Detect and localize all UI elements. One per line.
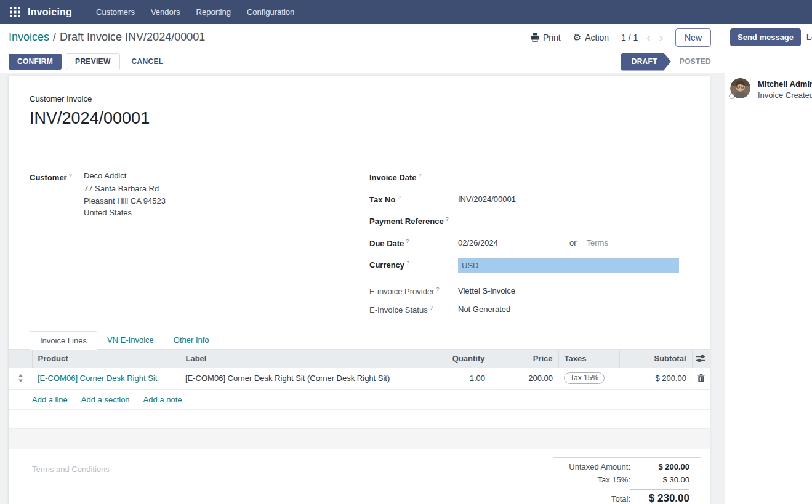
invoice-lines-table: Product Label Quantity Price Taxes Subto… — [9, 350, 710, 390]
untaxed-amount-label: Untaxed Amount: — [569, 462, 630, 471]
line-price-field[interactable]: 200.00 — [491, 368, 558, 390]
currency-field[interactable]: USD — [458, 258, 679, 273]
breadcrumb-current: Draft Invoice INV/2024/00001 — [60, 31, 205, 43]
handle-column-header — [9, 350, 32, 368]
invoice-line-row: [E-COM06] Corner Desk Right Sit [E-COM06… — [9, 368, 710, 390]
help-icon: ? — [406, 260, 409, 266]
line-tax-badge[interactable]: Tax 15% — [564, 372, 605, 384]
empty-table-row-striped — [9, 429, 710, 449]
help-icon: ? — [397, 194, 400, 201]
column-header-label: Label — [180, 350, 425, 368]
payment-reference-label: Payment Reference? — [369, 215, 458, 226]
tax-row: Tax 15%: $ 30.00 — [553, 473, 701, 486]
add-line-row: Add a line Add a section Add a note — [9, 390, 710, 410]
confirm-button[interactable]: CONFIRM — [9, 54, 62, 70]
action-label: Action — [585, 33, 609, 42]
customer-address: 77 Santa Barbara Rd Pleasant Hill CA 945… — [84, 183, 166, 219]
due-date-input[interactable]: 02/26/2024 — [458, 237, 569, 247]
tax-no-field[interactable]: INV/2024/00001 — [458, 193, 516, 204]
or-label: or — [569, 237, 577, 247]
status-draft[interactable]: DRAFT — [621, 53, 671, 71]
document-type-label: Customer Invoice — [30, 94, 689, 103]
app-name[interactable]: Invoicing — [28, 7, 72, 18]
help-icon: ? — [446, 216, 449, 222]
message-author: Mitchell Admin — [758, 79, 812, 89]
total-label: Total: — [611, 492, 630, 503]
tab-vn-einvoice[interactable]: VN E-Invoice — [97, 332, 164, 349]
cancel-button[interactable]: CANCEL — [124, 54, 171, 70]
invoice-date-label: Invoice Date? — [369, 171, 458, 182]
breadcrumb: Invoices/Draft Invoice INV/2024/00001 — [9, 31, 205, 44]
tax-label: Tax 15%: — [598, 475, 630, 484]
tab-invoice-lines[interactable]: Invoice Lines — [30, 331, 97, 350]
column-header-taxes: Taxes — [558, 350, 619, 368]
optional-columns-button[interactable] — [692, 350, 710, 368]
invoice-sheet: Customer Invoice INV/2024/00001 Customer… — [9, 76, 710, 504]
grid-icon — [10, 7, 20, 17]
printer-icon — [531, 33, 539, 42]
tab-bar: Invoice Lines VN E-Invoice Other Info — [9, 331, 710, 350]
new-button[interactable]: New — [675, 28, 711, 47]
print-label: Print — [543, 33, 561, 42]
add-a-line-link[interactable]: Add a line — [32, 395, 68, 404]
line-subtotal-value: $ 200.00 — [619, 368, 692, 390]
message-event: Invoice Created — [758, 89, 812, 101]
terms-and-conditions-input[interactable]: Terms and Conditions — [32, 457, 110, 474]
chevron-left-icon[interactable]: ‹ — [646, 31, 650, 43]
payment-terms-field[interactable]: Terms — [587, 237, 608, 247]
sliders-icon — [696, 354, 705, 362]
customer-name-field[interactable]: Deco Addict — [84, 171, 166, 180]
status-posted[interactable]: POSTED — [680, 57, 711, 66]
einvoice-provider-label: E-invoice Provider? — [369, 285, 458, 296]
send-message-button[interactable]: Send message — [730, 28, 801, 46]
nav-item-customers[interactable]: Customers — [88, 0, 143, 24]
einvoice-status-value: Not Generated — [458, 303, 510, 314]
top-navbar: Invoicing Customers Vendors Reporting Co… — [0, 0, 812, 24]
nav-item-configuration[interactable]: Configuration — [239, 0, 302, 24]
due-date-label: Due Date? — [369, 237, 458, 248]
row-drag-handle[interactable] — [9, 368, 32, 390]
breadcrumb-invoices-link[interactable]: Invoices — [9, 31, 49, 43]
nav-item-reporting[interactable]: Reporting — [188, 0, 239, 24]
untaxed-amount-value: $ 200.00 — [630, 462, 689, 471]
nav-item-vendors[interactable]: Vendors — [143, 0, 188, 24]
total-row: Total: $ 230.00 — [553, 487, 701, 504]
chatter-message: Mitchell Admin Invoice Created — [730, 78, 812, 101]
line-label-field[interactable]: [E-COM06] Corner Desk Right Sit (Corner … — [180, 368, 425, 390]
line-quantity-field[interactable]: 1.00 — [425, 368, 491, 390]
delete-line-button[interactable] — [692, 368, 710, 390]
help-icon: ? — [430, 305, 433, 311]
total-value: $ 230.00 — [630, 489, 689, 504]
address-line: 77 Santa Barbara Rd — [84, 183, 166, 195]
gear-icon: ⚙ — [573, 33, 581, 42]
tax-value: $ 30.00 — [630, 475, 689, 484]
breadcrumb-separator: / — [49, 31, 60, 43]
preview-button[interactable]: PREVIEW — [66, 53, 119, 70]
untaxed-amount-row: Untaxed Amount: $ 200.00 — [553, 460, 701, 473]
statusbar-row: CONFIRM PREVIEW CANCEL DRAFT POSTED — [0, 50, 725, 73]
address-line: United States — [84, 207, 166, 219]
field-grid: Customer? Deco Addict 77 Santa Barbara R… — [30, 171, 689, 322]
tab-other-info[interactable]: Other Info — [164, 332, 219, 349]
einvoice-status-label: E-Invoice Status? — [369, 303, 458, 314]
print-button[interactable]: Print — [531, 33, 561, 42]
pager: 1 / 1 ‹ › — [621, 31, 663, 43]
pager-count: 1 / 1 — [621, 33, 638, 42]
chatter-divider — [725, 66, 812, 66]
invoice-number-title: INV/2024/00001 — [30, 107, 689, 129]
log-note-button[interactable]: Log note — [806, 33, 812, 42]
line-product-field[interactable]: [E-COM06] Corner Desk Right Sit — [38, 374, 157, 383]
chevron-right-icon[interactable]: › — [659, 31, 663, 43]
add-a-section-link[interactable]: Add a section — [81, 395, 130, 404]
control-panel: Invoices/Draft Invoice INV/2024/00001 Pr… — [0, 24, 725, 50]
invoice-date-input[interactable] — [458, 171, 569, 172]
apps-menu-button[interactable] — [10, 7, 20, 17]
add-a-note-link[interactable]: Add a note — [143, 395, 182, 404]
payment-reference-input[interactable] — [458, 215, 569, 216]
totals-block: Untaxed Amount: $ 200.00 Tax 15%: $ 30.0… — [553, 457, 701, 504]
status-pipeline: DRAFT POSTED — [621, 53, 711, 71]
einvoice-provider-field[interactable]: Viettel S-invoice — [458, 285, 515, 295]
action-menu-button[interactable]: ⚙ Action — [573, 33, 609, 42]
trash-icon — [697, 374, 705, 382]
column-header-subtotal: Subtotal — [619, 350, 692, 368]
